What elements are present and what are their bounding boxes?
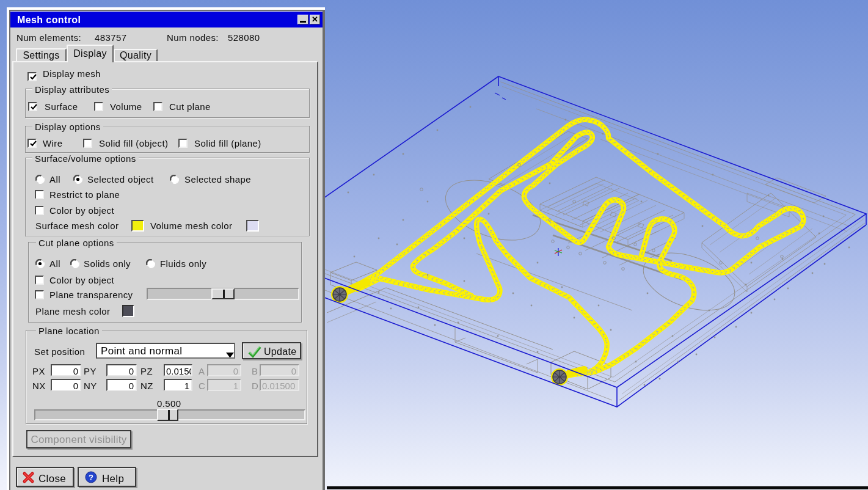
svg-text:?: ? [89, 473, 93, 482]
